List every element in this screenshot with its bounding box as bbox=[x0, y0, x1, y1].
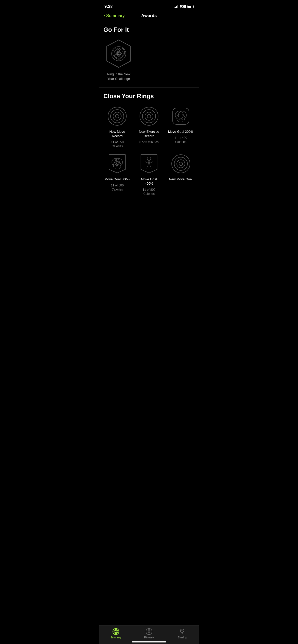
award-name: New ExerciseRecord bbox=[139, 130, 159, 138]
badge-icon: 23 bbox=[103, 38, 134, 69]
status-time: 9:28 bbox=[104, 4, 113, 9]
award-name: Move Goal 200% bbox=[168, 130, 194, 134]
award-icon-new-move-goal bbox=[169, 152, 192, 175]
go-for-it-section: Go For It 23 Ring bbox=[99, 21, 199, 87]
svg-point-15 bbox=[147, 114, 151, 118]
award-name: New MoveRecord bbox=[110, 130, 125, 138]
go-for-it-title: Go For It bbox=[103, 26, 195, 33]
award-progress: 11 of 800Calories bbox=[143, 188, 155, 196]
award-icon-new-exercise-record bbox=[138, 105, 160, 128]
award-icon-move-goal-200 bbox=[169, 105, 192, 128]
svg-point-23 bbox=[147, 157, 151, 160]
svg-point-11 bbox=[115, 114, 119, 118]
svg-point-14 bbox=[145, 112, 153, 120]
page-title: Awards bbox=[141, 13, 157, 18]
close-rings-title: Close Your Rings bbox=[103, 93, 195, 100]
svg-point-27 bbox=[179, 162, 183, 166]
award-move-goal-400[interactable]: Move Goal400% 11 of 800Calories bbox=[135, 152, 163, 196]
award-new-move-record[interactable]: New MoveRecord 11 of 550Calories bbox=[103, 105, 131, 148]
status-icons: 5GE bbox=[174, 5, 194, 8]
award-move-goal-300[interactable]: Move Goal 300% 11 of 600Calories bbox=[103, 152, 131, 196]
badge-label: Ring in the New Year Challenge bbox=[103, 72, 134, 81]
svg-point-9 bbox=[111, 110, 124, 123]
awards-grid: New MoveRecord 11 of 550Calories New Exe… bbox=[103, 105, 195, 196]
award-icon-move-goal-400 bbox=[138, 152, 160, 175]
scroll-content: Go For It 23 Ring bbox=[99, 21, 199, 222]
award-progress: 11 of 600Calories bbox=[111, 184, 124, 192]
svg-text:23: 23 bbox=[117, 51, 121, 55]
award-new-exercise-record[interactable]: New ExerciseRecord 0 of 3 minutes bbox=[135, 105, 163, 148]
svg-point-13 bbox=[142, 110, 156, 123]
ring-in-new-year-badge: 23 bbox=[105, 38, 133, 69]
svg-point-26 bbox=[177, 160, 185, 168]
svg-point-25 bbox=[174, 157, 187, 170]
chevron-left-icon: ‹ bbox=[103, 13, 105, 18]
award-name: Move Goal 300% bbox=[104, 177, 130, 182]
svg-point-19 bbox=[177, 114, 185, 122]
badge-container: 23 Ring in the New Year Challenge bbox=[103, 38, 195, 81]
award-name: New Move Goal bbox=[169, 177, 192, 182]
close-your-rings-section: Close Your Rings New MoveRecord 11 of 55… bbox=[99, 87, 199, 202]
signal-icon bbox=[174, 5, 178, 8]
award-progress: 0 of 3 minutes bbox=[139, 140, 158, 144]
award-icon-new-move-record bbox=[106, 105, 129, 128]
award-name: Move Goal400% bbox=[141, 177, 157, 186]
award-move-goal-200[interactable]: Move Goal 200% 11 of 400Calories bbox=[167, 105, 195, 148]
battery-icon bbox=[187, 5, 194, 8]
status-bar: 9:28 5GE bbox=[99, 0, 199, 11]
award-icon-move-goal-300 bbox=[106, 152, 129, 175]
network-type: 5GE bbox=[180, 5, 186, 8]
award-progress: 11 of 550Calories bbox=[111, 140, 124, 148]
award-progress: 11 of 400Calories bbox=[174, 136, 187, 144]
svg-point-10 bbox=[113, 112, 121, 120]
back-button[interactable]: ‹ Summary bbox=[103, 13, 125, 18]
award-new-move-goal[interactable]: New Move Goal bbox=[167, 152, 195, 196]
nav-bar: ‹ Summary Awards bbox=[99, 11, 199, 21]
back-label: Summary bbox=[106, 13, 125, 18]
